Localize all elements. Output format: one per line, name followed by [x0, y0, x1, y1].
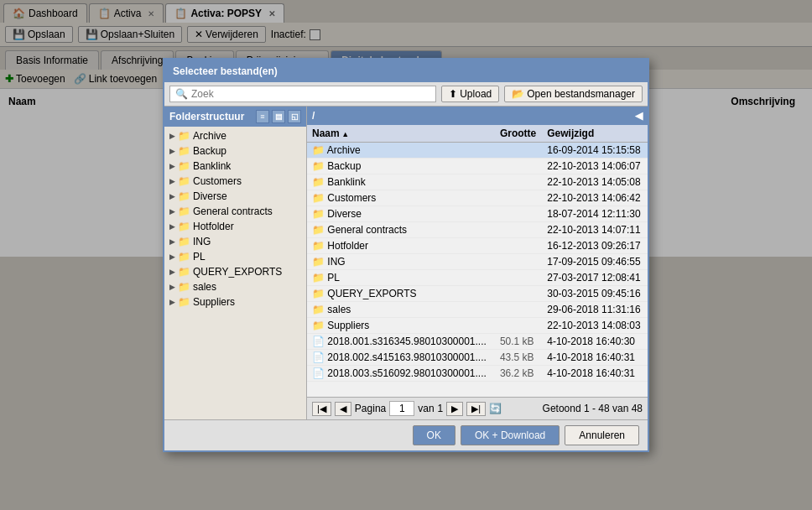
file-modified: 4-10-2018 16:40:31	[542, 350, 648, 366]
col-naam[interactable]: Naam	[307, 125, 495, 143]
folder-item[interactable]: ▶📁PL	[166, 249, 304, 264]
file-panel-collapse-icon[interactable]: ◀	[635, 110, 643, 122]
expand-icon: ▶	[169, 147, 175, 155]
folder-item[interactable]: ▶📁Archive	[166, 128, 304, 143]
table-row[interactable]: 📄 2018.002.s415163.98010300001.... 43.5 …	[307, 350, 648, 366]
folder-item[interactable]: ▶📁ING	[166, 234, 304, 249]
folder-icon: 📁	[178, 190, 190, 202]
file-modified: 4-10-2018 16:40:31	[542, 366, 648, 382]
panel-icon-2[interactable]: ▤	[272, 110, 285, 123]
expand-icon: ▶	[169, 132, 175, 140]
file-name: 📁 sales	[307, 302, 495, 318]
pagination: |◀ ◀ Pagina van 1 ▶ ▶| 🔄 Getoond 1 - 48 …	[307, 397, 648, 419]
file-icon: 📁	[312, 160, 325, 172]
table-row[interactable]: 📁 Backup 22-10-2013 14:06:07	[307, 159, 648, 174]
file-table: Naam Grootte Gewijzigd 📁 Archive 16-09-2…	[307, 125, 648, 397]
panel-icon-3[interactable]: ◱	[288, 110, 301, 123]
folder-item[interactable]: ▶📁sales	[166, 279, 304, 294]
file-icon: 📄	[312, 336, 325, 347]
folder-item[interactable]: ▶📁Suppliers	[166, 294, 304, 310]
folder-item[interactable]: ▶📁Hotfolder	[166, 219, 304, 234]
folder-name: PL	[193, 251, 206, 263]
expand-icon: ▶	[169, 237, 175, 246]
page-label: Pagina	[355, 403, 386, 414]
folder-icon: 📁	[178, 281, 190, 293]
table-row[interactable]: 📁 Hotfolder 16-12-2013 09:26:17	[307, 238, 648, 254]
file-name: 📁 QUERY_EXPORTS	[307, 286, 495, 302]
folder-name: Banklink	[193, 160, 231, 172]
page-prev-btn[interactable]: ◀	[335, 402, 351, 416]
folder-name: QUERY_EXPORTS	[193, 266, 282, 278]
table-row[interactable]: 📁 Customers 22-10-2013 14:06:42	[307, 190, 648, 206]
modal-footer: OK OK + Download Annuleren	[164, 419, 648, 450]
folder-icon: 📁	[178, 206, 190, 217]
file-icon: 📄	[312, 351, 325, 363]
file-modified: 29-06-2018 11:31:16	[542, 302, 648, 318]
col-grootte[interactable]: Grootte	[495, 125, 542, 143]
open-manager-button[interactable]: 📂 Open bestandsmanager	[504, 86, 643, 102]
file-modified: 4-10-2018 16:40:30	[542, 334, 648, 350]
table-row[interactable]: 📁 Archive 16-09-2014 15:15:58	[307, 143, 648, 159]
search-box[interactable]: 🔍	[169, 86, 436, 102]
table-row[interactable]: 📁 Diverse 18-07-2014 12:11:30	[307, 206, 648, 222]
folder-icon: 📁	[178, 145, 190, 157]
search-input[interactable]	[191, 88, 430, 100]
table-row[interactable]: 📁 ING 17-09-2015 09:46:55	[307, 254, 648, 270]
file-size	[495, 286, 542, 302]
upload-button[interactable]: ⬆ Upload	[441, 86, 499, 102]
ok-button[interactable]: OK	[413, 425, 455, 445]
table-row[interactable]: 📁 Suppliers 22-10-2013 14:08:03	[307, 318, 648, 334]
table-row[interactable]: 📁 sales 29-06-2018 11:31:16	[307, 302, 648, 318]
file-name: 📁 PL	[307, 270, 495, 286]
modal-body: Folderstructuur ≡ ▤ ◱ ▶📁Archive▶📁Backup▶…	[164, 107, 648, 419]
file-icon: 📁	[312, 192, 325, 204]
table-row[interactable]: 📁 QUERY_EXPORTS 30-03-2015 09:45:16	[307, 286, 648, 302]
table-row[interactable]: 📁 Banklink 22-10-2013 14:05:08	[307, 174, 648, 190]
folder-item[interactable]: ▶📁General contracts	[166, 204, 304, 219]
file-name: 📁 Archive	[307, 143, 495, 159]
folder-item[interactable]: ▶📁Diverse	[166, 189, 304, 204]
refresh-btn[interactable]: 🔄	[489, 403, 502, 414]
file-name: 📄 2018.003.s516092.98010300001....	[307, 366, 495, 382]
expand-icon: ▶	[169, 252, 175, 261]
folder-item[interactable]: ▶📁QUERY_EXPORTS	[166, 264, 304, 279]
page-last-btn[interactable]: ▶|	[466, 402, 486, 416]
file-name: 📁 Diverse	[307, 206, 495, 222]
file-modified: 27-03-2017 12:08:41	[542, 270, 648, 286]
col-gewijzigd[interactable]: Gewijzigd	[542, 125, 648, 143]
ok-download-button[interactable]: OK + Download	[461, 425, 560, 445]
folder-name: General contracts	[193, 206, 273, 217]
folder-item[interactable]: ▶📁Banklink	[166, 159, 304, 174]
table-row[interactable]: 📄 2018.003.s516092.98010300001.... 36.2 …	[307, 366, 648, 382]
file-modified: 22-10-2013 14:06:07	[542, 159, 648, 174]
file-modified: 30-03-2015 09:45:16	[542, 286, 648, 302]
panel-icon-1[interactable]: ≡	[256, 110, 269, 123]
file-name: 📁 Banklink	[307, 174, 495, 190]
file-modified: 18-07-2014 12:11:30	[542, 206, 648, 222]
folder-icon: 📁	[178, 266, 190, 278]
file-size	[495, 174, 542, 190]
folder-open-icon: 📂	[512, 88, 524, 100]
file-size	[495, 318, 542, 334]
expand-icon: ▶	[169, 268, 175, 276]
page-next-btn[interactable]: ▶	[446, 402, 463, 416]
search-icon: 🔍	[175, 88, 188, 100]
file-size	[495, 238, 542, 254]
table-row[interactable]: 📄 2018.001.s316345.98010300001.... 50.1 …	[307, 334, 648, 350]
page-input[interactable]	[389, 401, 414, 416]
file-name: 📁 Customers	[307, 190, 495, 206]
table-row[interactable]: 📁 PL 27-03-2017 12:08:41	[307, 270, 648, 286]
table-row[interactable]: 📁 General contracts 22-10-2013 14:07:11	[307, 222, 648, 238]
file-name: 📄 2018.002.s415163.98010300001....	[307, 350, 495, 366]
folder-item[interactable]: ▶📁Backup	[166, 143, 304, 159]
modal-overlay: Selecteer bestand(en) 🔍 ⬆ Upload 📂 Open …	[0, 0, 812, 510]
file-icon: 📁	[312, 224, 325, 236]
file-size	[495, 254, 542, 270]
folder-item[interactable]: ▶📁Customers	[166, 174, 304, 189]
page-first-btn[interactable]: |◀	[312, 402, 331, 416]
file-name: 📁 Backup	[307, 159, 495, 174]
folder-icon: 📁	[178, 296, 190, 308]
file-modified: 16-09-2014 15:15:58	[542, 143, 648, 159]
folder-panel: Folderstructuur ≡ ▤ ◱ ▶📁Archive▶📁Backup▶…	[164, 107, 307, 419]
cancel-button[interactable]: Annuleren	[565, 425, 639, 445]
